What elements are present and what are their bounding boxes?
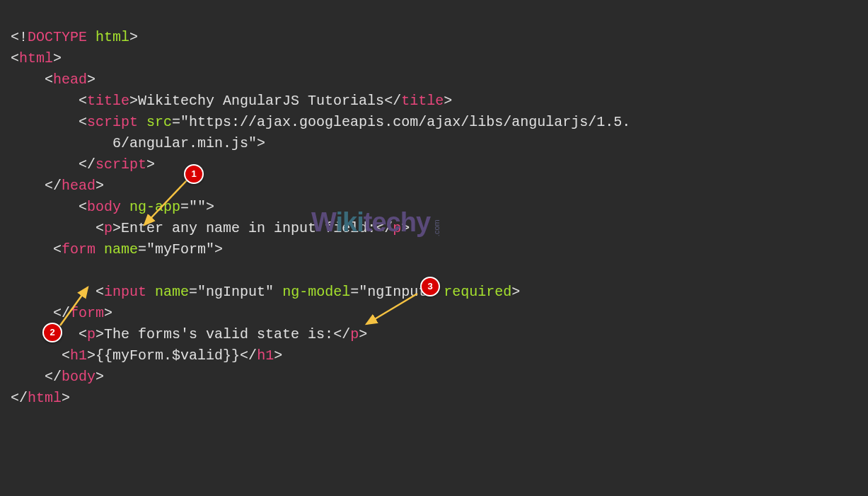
code-token: <: [79, 93, 87, 109]
code-token: >: [129, 93, 138, 109]
code-token: <: [62, 347, 70, 364]
annotation-badge-3: 3: [420, 277, 440, 296]
code-token: >: [401, 220, 410, 236]
annotation-arrow-3: [361, 290, 424, 329]
code-token: p: [393, 220, 401, 236]
code-token: =: [350, 284, 359, 300]
code-token: >: [112, 220, 121, 236]
code-token: required: [435, 284, 511, 300]
code-token: Wikitechy AngularJS Tutorials: [138, 93, 384, 109]
code-token: DOCTYPE: [28, 29, 87, 45]
code-token: input: [104, 284, 146, 300]
annotation-arrow-2: [58, 283, 97, 329]
code-token: head: [62, 178, 96, 194]
code-token: </: [45, 178, 62, 194]
code-token: form: [62, 241, 96, 258]
code-token: >: [62, 390, 70, 406]
code-token: >: [444, 93, 452, 109]
code-token: html: [28, 390, 62, 406]
code-token: </: [240, 347, 257, 364]
code-token: script: [96, 156, 146, 173]
code-token: name: [96, 241, 138, 258]
annotation-badge-1: 1: [184, 164, 204, 184]
code-token: >: [53, 50, 62, 67]
code-token: >: [129, 29, 138, 45]
code-token: </: [384, 93, 401, 109]
code-token: =: [172, 114, 180, 130]
code-token: h1: [70, 347, 87, 364]
code-token: <: [79, 114, 87, 130]
code-token: >: [274, 347, 282, 364]
code-token: h1: [257, 347, 274, 364]
svg-line-3: [60, 287, 88, 325]
code-token: <!: [11, 29, 28, 45]
code-token: >: [87, 347, 96, 364]
code-token: html: [87, 29, 129, 45]
code-token: "ngInput": [197, 284, 274, 300]
code-token: >: [104, 305, 112, 321]
code-token: script: [87, 114, 138, 130]
code-token: </: [79, 156, 96, 173]
code-token: </: [45, 369, 62, 385]
code-token: 6/angular.min.js": [112, 135, 257, 151]
code-token: "myForm": [146, 241, 214, 258]
code-token: {{myForm.$valid}}: [96, 347, 240, 364]
code-token: <: [79, 199, 87, 215]
code-token: "https://ajax.googleapis.com/ajax/libs/a…: [180, 114, 630, 130]
code-token: src: [138, 114, 172, 130]
code-token: </: [376, 220, 393, 236]
code-token: >: [206, 199, 214, 215]
code-token: ng-model: [274, 284, 350, 300]
svg-line-1: [144, 180, 187, 225]
code-token: name: [146, 284, 189, 300]
code-token: <: [53, 241, 62, 258]
code-token: <: [45, 71, 53, 88]
code-token: html: [19, 50, 53, 67]
code-token: >: [511, 284, 520, 300]
code-token: body: [87, 199, 121, 215]
code-token: p: [350, 326, 359, 342]
code-token: >: [146, 156, 155, 173]
annotation-badge-2: 2: [42, 323, 62, 342]
code-block: <!DOCTYPE html> <html> <head> <title>Wik…: [0, 0, 868, 415]
code-token: <: [11, 50, 19, 67]
code-token: >: [87, 71, 96, 88]
code-token: =: [189, 284, 197, 300]
code-token: p: [104, 220, 112, 236]
code-token: <: [96, 220, 104, 236]
code-token: The forms's valid state is:: [104, 326, 333, 342]
code-token: title: [401, 93, 444, 109]
code-token: body: [62, 369, 96, 385]
code-token: >: [257, 135, 265, 151]
code-token: =: [138, 241, 146, 258]
code-token: >: [96, 178, 104, 194]
svg-line-5: [366, 294, 417, 324]
annotation-arrow-1: [139, 177, 195, 230]
code-token: head: [53, 71, 87, 88]
code-token: </: [333, 326, 350, 342]
code-token: title: [87, 93, 129, 109]
code-token: >: [214, 241, 223, 258]
code-token: </: [11, 390, 28, 406]
code-token: >: [96, 369, 104, 385]
